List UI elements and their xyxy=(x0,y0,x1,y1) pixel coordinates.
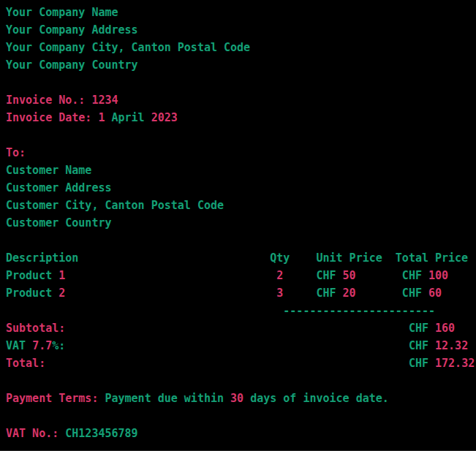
line-company-country: Your Company Country xyxy=(6,56,476,74)
text-run: To: xyxy=(6,146,26,159)
text-run: 3 xyxy=(276,287,283,300)
text-run: days of invoice date. xyxy=(243,392,389,405)
text-run: Customer Country xyxy=(6,216,112,230)
text-run: CHF xyxy=(45,357,435,370)
line-blank-1 xyxy=(6,74,476,91)
text-run: 160 xyxy=(435,322,455,335)
line-subtotal-row: Subtotal: CHF 160 xyxy=(6,319,476,337)
text-run xyxy=(65,269,276,282)
line-customer-address: Customer Address xyxy=(6,179,476,197)
text-run: Invoice No.: 1234 xyxy=(6,94,118,107)
text-run: CHF xyxy=(283,287,342,300)
line-total-row: Total: CHF 172.32 xyxy=(6,355,476,372)
line-blank-3 xyxy=(6,232,476,249)
text-run: Your Company Address xyxy=(6,23,138,37)
text-run: Customer City, Canton Postal Code xyxy=(6,199,224,212)
terminal-output: Your Company NameYour Company AddressYou… xyxy=(0,0,476,442)
line-divider: ----------------------- xyxy=(6,302,476,319)
text-run: %: CHF xyxy=(52,339,435,352)
text-run: 172.32 xyxy=(435,357,475,370)
text-run: Customer Name xyxy=(6,164,91,177)
text-run: Your Company City, Canton Postal Code xyxy=(6,41,250,54)
line-table-header: Description Qty Unit Price Total Price xyxy=(6,249,476,267)
line-invoice-no: Invoice No.: 1234 xyxy=(6,91,476,109)
text-run: CHF xyxy=(356,269,428,282)
text-run: 20 xyxy=(343,287,356,300)
text-run: CH123456789 xyxy=(58,427,137,440)
line-blank-4 xyxy=(6,372,476,390)
text-run: Subtotal: xyxy=(6,322,65,335)
line-invoice-date: Invoice Date: 1 April 2023 xyxy=(6,109,476,126)
text-run: Total: xyxy=(6,357,45,370)
text-run: Product xyxy=(6,287,58,300)
text-run: Invoice Date: 1 xyxy=(6,111,112,124)
text-run: 2023 xyxy=(151,111,178,124)
text-run: CHF xyxy=(65,322,435,335)
line-customer-country: Customer Country xyxy=(6,214,476,232)
text-run xyxy=(65,287,276,300)
text-run: Your Company Name xyxy=(6,6,118,19)
text-run: 30 xyxy=(230,392,243,405)
line-to-label: To: xyxy=(6,144,476,162)
text-run: April xyxy=(112,111,151,124)
text-run: ----------------------- xyxy=(6,304,435,317)
line-vat-row: VAT 7.7%: CHF 12.32 xyxy=(6,337,476,355)
text-run: 50 xyxy=(343,269,356,282)
text-run: 100 xyxy=(428,269,448,282)
text-run: Customer Address xyxy=(6,181,112,194)
line-company-address: Your Company Address xyxy=(6,21,476,39)
text-run: 2 xyxy=(58,287,65,300)
line-customer-city: Customer City, Canton Postal Code xyxy=(6,197,476,214)
text-run: Product xyxy=(6,269,58,282)
text-run: 7.7 xyxy=(32,339,52,352)
line-blank-5 xyxy=(6,407,476,425)
line-payment-terms: Payment Terms: Payment due within 30 day… xyxy=(6,390,476,407)
terminal-screen: Your Company NameYour Company AddressYou… xyxy=(0,0,476,451)
text-run: 2 xyxy=(276,269,283,282)
text-run: VAT xyxy=(6,339,32,352)
line-product-row-2: Product 2 3 CHF 20 CHF 60 xyxy=(6,284,476,302)
text-run: VAT No.: xyxy=(6,427,58,440)
text-run: 1 xyxy=(58,269,65,282)
text-run: Your Company Country xyxy=(6,58,138,72)
line-company-name: Your Company Name xyxy=(6,4,476,21)
text-run: Payment due within xyxy=(98,392,230,405)
line-product-row-1: Product 1 2 CHF 50 CHF 100 xyxy=(6,267,476,284)
text-run: CHF xyxy=(356,287,428,300)
line-customer-name: Customer Name xyxy=(6,162,476,179)
text-run: Description Qty Unit Price Total Price xyxy=(6,251,468,265)
text-run: 60 xyxy=(428,287,442,300)
line-vat-no: VAT No.: CH123456789 xyxy=(6,425,476,442)
text-run: CHF xyxy=(283,269,342,282)
line-blank-2 xyxy=(6,126,476,144)
text-run: 12.32 xyxy=(435,339,468,352)
text-run: Payment Terms: xyxy=(6,392,98,405)
line-company-city: Your Company City, Canton Postal Code xyxy=(6,39,476,56)
